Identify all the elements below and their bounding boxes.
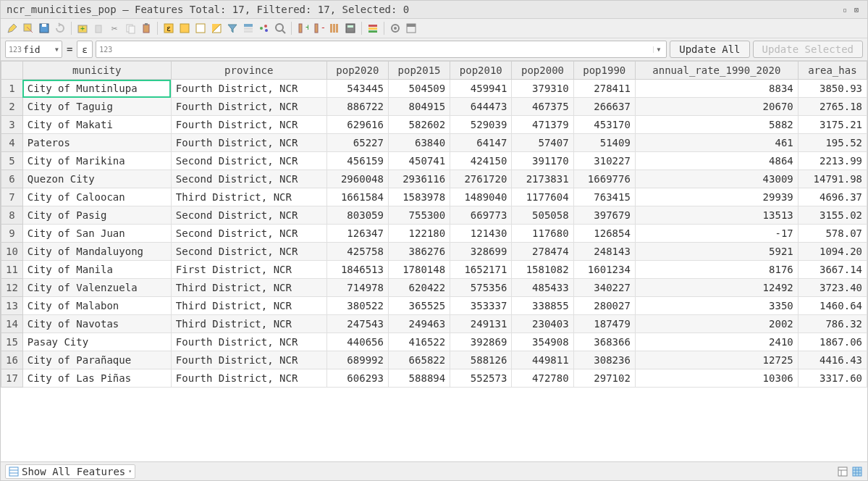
row-number[interactable]: 1 [1,80,23,98]
chevron-down-icon[interactable]: ▼ [653,46,663,53]
table-cell[interactable]: 3175.21 [798,116,867,134]
table-cell[interactable]: 126854 [573,225,635,243]
table-cell[interactable]: Second District, NCR [171,225,326,243]
deselect-icon[interactable] [193,21,208,35]
table-cell[interactable]: 3155.02 [798,206,867,225]
row-number[interactable]: 9 [1,225,23,243]
table-row[interactable]: 6Quezon CitySecond District, NCR29600482… [1,170,867,188]
table-cell[interactable]: Third District, NCR [171,297,326,315]
table-cell[interactable]: 1460.64 [798,297,867,315]
expression-input[interactable] [114,44,653,55]
table-cell[interactable]: 689992 [326,351,388,369]
table-scroll[interactable]: municityprovincepop2020pop2015pop2010pop… [1,61,867,461]
cut-icon[interactable]: ✂ [107,21,122,35]
table-cell[interactable]: 450741 [388,152,450,170]
table-cell[interactable]: Third District, NCR [171,315,326,333]
table-cell[interactable]: 606293 [326,369,388,388]
table-cell[interactable]: 886722 [326,98,388,116]
table-cell[interactable]: 379310 [512,80,573,98]
table-cell[interactable]: 249463 [388,315,450,333]
row-number[interactable]: 14 [1,315,23,333]
table-cell[interactable]: 1867.06 [798,333,867,351]
column-header[interactable]: annual_rate_1990_2020 [635,62,798,80]
table-cell[interactable]: City of Caloocan [22,188,171,206]
table-cell[interactable]: 391170 [512,152,573,170]
column-header[interactable]: pop2010 [450,62,512,80]
table-cell[interactable]: 467375 [512,98,573,116]
table-cell[interactable]: Third District, NCR [171,279,326,297]
table-cell[interactable]: 1489040 [450,188,512,206]
table-cell[interactable]: 2761720 [450,170,512,188]
table-row[interactable]: 15Pasay CityFourth District, NCR44065641… [1,333,867,351]
table-row[interactable]: 2City of TaguigFourth District, NCR88672… [1,98,867,116]
table-cell[interactable]: 63840 [388,134,450,152]
table-cell[interactable]: 1177604 [512,188,573,206]
table-cell[interactable]: 505058 [512,206,573,225]
minimize-icon[interactable]: ▫ [840,4,850,14]
row-number[interactable]: 2 [1,98,23,116]
table-cell[interactable]: 453170 [573,116,635,134]
table-cell[interactable]: Fourth District, NCR [171,333,326,351]
close-icon[interactable]: ⊠ [851,4,861,14]
table-cell[interactable]: 354908 [512,333,573,351]
table-cell[interactable]: 121430 [450,225,512,243]
row-number[interactable]: 17 [1,369,23,388]
table-row[interactable]: 10City of MandaluyongSecond District, NC… [1,243,867,261]
table-cell[interactable]: 459941 [450,80,512,98]
table-cell[interactable]: 755300 [388,206,450,225]
table-cell[interactable]: 1669776 [573,170,635,188]
table-cell[interactable]: Pasay City [22,333,171,351]
table-cell[interactable]: 230403 [512,315,573,333]
table-cell[interactable]: 1583978 [388,188,450,206]
row-number[interactable]: 11 [1,261,23,279]
table-cell[interactable]: 248143 [573,243,635,261]
table-row[interactable]: 5City of MarikinaSecond District, NCR456… [1,152,867,170]
column-header[interactable]: pop2000 [512,62,573,80]
table-cell[interactable]: 440656 [326,333,388,351]
zoom-to-icon[interactable] [273,21,287,35]
column-header[interactable]: pop2020 [326,62,388,80]
table-cell[interactable]: 472780 [512,369,573,388]
table-cell[interactable]: City of San Juan [22,225,171,243]
table-cell[interactable]: 57407 [512,134,573,152]
row-number[interactable]: 8 [1,206,23,225]
table-cell[interactable]: 1780148 [388,261,450,279]
table-cell[interactable]: 449811 [512,351,573,369]
table-cell[interactable]: 1601234 [573,261,635,279]
table-cell[interactable]: City of Marikina [22,152,171,170]
reload-icon[interactable] [53,21,67,35]
table-cell[interactable]: 397679 [573,206,635,225]
field-selector[interactable]: 123 fid ▼ [5,41,62,58]
table-cell[interactable]: City of Taguig [22,98,171,116]
update-all-button[interactable]: Update All [670,41,749,58]
column-header[interactable]: pop1990 [573,62,635,80]
row-number[interactable]: 16 [1,351,23,369]
table-view-icon[interactable] [851,466,863,477]
table-cell[interactable]: 12725 [635,351,798,369]
table-cell[interactable]: 195.52 [798,134,867,152]
table-cell[interactable]: 416522 [388,333,450,351]
table-cell[interactable]: 386276 [388,243,450,261]
table-cell[interactable]: 425758 [326,243,388,261]
table-cell[interactable]: 3667.14 [798,261,867,279]
table-cell[interactable]: 3723.40 [798,279,867,297]
table-row[interactable]: 17City of Las PiñasFourth District, NCR6… [1,369,867,388]
table-cell[interactable]: 2765.18 [798,98,867,116]
table-cell[interactable]: 424150 [450,152,512,170]
row-number[interactable]: 6 [1,170,23,188]
row-number[interactable]: 10 [1,243,23,261]
table-cell[interactable]: 4864 [635,152,798,170]
table-cell[interactable]: 644473 [450,98,512,116]
table-cell[interactable]: Fourth District, NCR [171,80,326,98]
table-cell[interactable]: -17 [635,225,798,243]
table-cell[interactable]: 456159 [326,152,388,170]
column-header[interactable]: area_has [798,62,867,80]
actions-icon[interactable] [388,21,403,35]
table-cell[interactable]: 1094.20 [798,243,867,261]
move-selection-top-icon[interactable] [241,21,256,35]
table-cell[interactable]: 1661584 [326,188,388,206]
table-row[interactable]: 16City of ParañaqueFourth District, NCR6… [1,351,867,369]
filter-mode-combo[interactable]: Show All Features ▾ [5,464,135,479]
pan-to-icon[interactable] [257,21,271,35]
table-cell[interactable]: 543445 [326,80,388,98]
